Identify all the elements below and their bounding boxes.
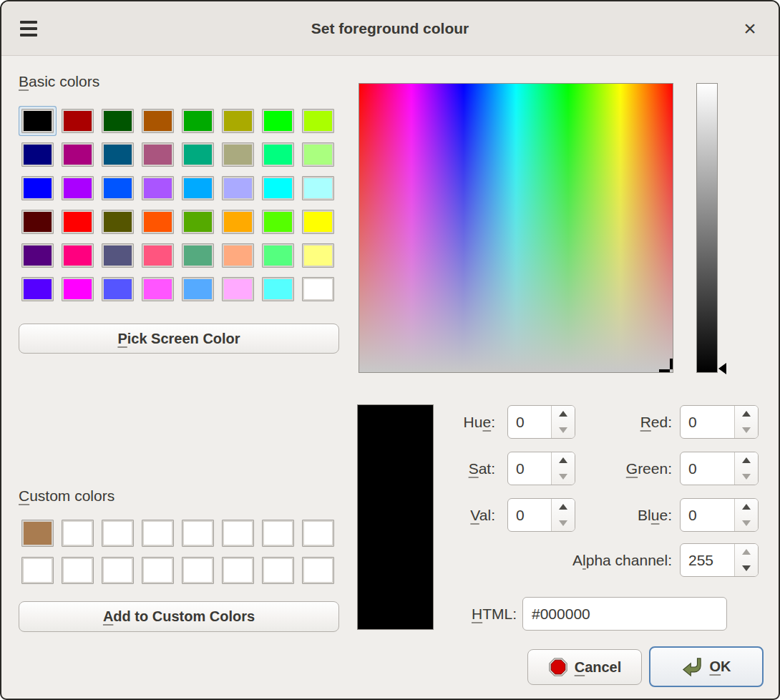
custom-color-swatch-13[interactable] (222, 557, 254, 584)
basic-color-swatch-20[interactable] (182, 176, 214, 200)
green-spinbox[interactable] (680, 452, 759, 485)
val-increment-button[interactable] (552, 499, 575, 515)
red-spinbox[interactable] (680, 405, 759, 439)
basic-color-swatch-15[interactable] (302, 142, 334, 167)
hue-increment-button[interactable] (552, 406, 575, 422)
basic-color-swatch-18[interactable] (102, 176, 134, 200)
custom-color-swatch-8[interactable] (21, 557, 54, 584)
alpha-spinbox[interactable] (680, 543, 759, 577)
red-increment-button[interactable] (735, 406, 758, 422)
basic-color-swatch-26[interactable] (102, 210, 134, 234)
hamburger-icon[interactable] (20, 21, 37, 37)
ok-button[interactable]: OK (649, 646, 764, 687)
basic-color-swatch-34[interactable] (102, 243, 134, 268)
blue-input[interactable] (681, 499, 734, 531)
basic-color-swatch-19[interactable] (142, 176, 174, 200)
basic-color-swatch-24[interactable] (21, 210, 54, 234)
html-color-input[interactable] (522, 597, 727, 631)
cancel-button[interactable]: Cancel (527, 649, 642, 685)
basic-color-swatch-42[interactable] (102, 277, 134, 301)
sat-decrement-button[interactable] (552, 469, 575, 485)
basic-color-swatch-23[interactable] (302, 176, 334, 200)
custom-color-swatch-6[interactable] (262, 520, 294, 547)
custom-color-swatch-9[interactable] (62, 557, 94, 584)
val-spinbox[interactable] (507, 498, 575, 532)
basic-color-swatch-40[interactable] (21, 277, 54, 301)
hue-spinbox[interactable] (507, 405, 575, 439)
basic-color-swatch-22[interactable] (262, 176, 294, 200)
basic-color-swatch-1[interactable] (62, 109, 94, 133)
blue-decrement-button[interactable] (735, 515, 758, 532)
basic-color-swatch-7[interactable] (302, 109, 334, 133)
basic-color-swatch-29[interactable] (222, 210, 254, 234)
basic-color-swatch-17[interactable] (62, 176, 94, 200)
hue-saturation-field[interactable] (359, 83, 673, 373)
basic-color-swatch-2[interactable] (102, 109, 134, 133)
basic-color-swatch-44[interactable] (182, 277, 214, 301)
basic-color-swatch-36[interactable] (182, 243, 214, 268)
custom-color-swatch-10[interactable] (102, 557, 134, 584)
basic-color-swatch-6[interactable] (262, 109, 294, 133)
sat-input[interactable] (508, 452, 551, 485)
hue-decrement-button[interactable] (552, 422, 575, 439)
basic-color-swatch-35[interactable] (142, 243, 174, 268)
pick-screen-color-button[interactable]: Pick Screen Color (19, 324, 339, 354)
alpha-increment-button[interactable] (735, 544, 758, 560)
red-decrement-button[interactable] (735, 422, 758, 439)
basic-color-swatch-47[interactable] (302, 277, 334, 301)
basic-color-swatch-14[interactable] (262, 142, 294, 167)
add-to-custom-colors-button[interactable]: Add to Custom Colors (19, 601, 339, 632)
custom-color-swatch-5[interactable] (222, 520, 254, 547)
custom-color-swatch-12[interactable] (182, 557, 214, 584)
basic-color-swatch-30[interactable] (262, 210, 294, 234)
val-input[interactable] (508, 499, 551, 531)
custom-color-swatch-4[interactable] (182, 520, 214, 547)
green-input[interactable] (681, 452, 734, 485)
basic-color-swatch-27[interactable] (142, 210, 174, 234)
blue-spinbox[interactable] (680, 498, 759, 532)
basic-color-swatch-28[interactable] (182, 210, 214, 234)
value-slider[interactable] (696, 83, 718, 373)
basic-color-swatch-13[interactable] (222, 142, 254, 167)
custom-color-swatch-11[interactable] (142, 557, 174, 584)
value-slider-arrow[interactable] (718, 363, 726, 374)
custom-color-swatch-2[interactable] (102, 520, 134, 547)
basic-color-swatch-0[interactable] (21, 109, 54, 133)
basic-color-swatch-5[interactable] (222, 109, 254, 133)
basic-color-swatch-21[interactable] (222, 176, 254, 200)
basic-color-swatch-3[interactable] (142, 109, 174, 133)
basic-color-swatch-41[interactable] (62, 277, 94, 301)
custom-color-swatch-15[interactable] (302, 557, 334, 584)
basic-color-swatch-32[interactable] (21, 243, 54, 268)
basic-color-swatch-37[interactable] (222, 243, 254, 268)
custom-color-swatch-1[interactable] (62, 520, 94, 547)
alpha-input[interactable] (681, 544, 734, 576)
basic-color-swatch-16[interactable] (21, 176, 54, 200)
basic-color-swatch-10[interactable] (102, 142, 134, 167)
basic-color-swatch-45[interactable] (222, 277, 254, 301)
basic-color-swatch-46[interactable] (262, 277, 294, 301)
basic-color-swatch-25[interactable] (62, 210, 94, 234)
val-decrement-button[interactable] (552, 515, 575, 532)
sat-increment-button[interactable] (552, 452, 575, 469)
basic-color-swatch-31[interactable] (302, 210, 334, 234)
basic-color-swatch-39[interactable] (302, 243, 334, 268)
custom-color-swatch-0[interactable] (21, 520, 54, 547)
basic-color-swatch-43[interactable] (142, 277, 174, 301)
basic-color-swatch-11[interactable] (142, 142, 174, 167)
sat-spinbox[interactable] (507, 452, 575, 485)
alpha-decrement-button[interactable] (735, 560, 758, 577)
custom-color-swatch-7[interactable] (302, 520, 334, 547)
basic-color-swatch-38[interactable] (262, 243, 294, 268)
basic-color-swatch-9[interactable] (62, 142, 94, 167)
green-increment-button[interactable] (735, 452, 758, 469)
custom-color-swatch-14[interactable] (262, 557, 294, 584)
basic-color-swatch-4[interactable] (182, 109, 214, 133)
basic-color-swatch-33[interactable] (62, 243, 94, 268)
green-decrement-button[interactable] (735, 469, 758, 485)
custom-color-swatch-3[interactable] (142, 520, 174, 547)
blue-increment-button[interactable] (735, 499, 758, 515)
red-input[interactable] (681, 406, 734, 438)
basic-color-swatch-8[interactable] (21, 142, 54, 167)
hue-input[interactable] (508, 406, 551, 438)
